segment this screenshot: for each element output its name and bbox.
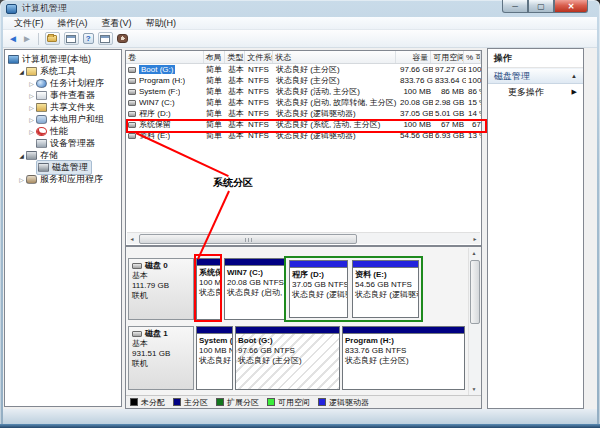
window-bottom-edge	[0, 424, 600, 428]
menu-bar: 文件(F) 操作(A) 查看(V) 帮助(H)	[3, 17, 597, 30]
actions-panel: 操作 磁盘管理 ▲ 更多操作 ▶	[487, 48, 584, 409]
volume-icon	[128, 78, 136, 84]
actions-section-disk-management[interactable]: 磁盘管理 ▲	[488, 68, 583, 84]
more-actions-item[interactable]: 更多操作 ▶	[488, 84, 583, 100]
logical-drive-strip	[290, 261, 347, 268]
collapsed-arrow-icon[interactable]: ▷	[27, 80, 36, 87]
primary-partition-strip	[343, 327, 464, 334]
tree-item-computer-management[interactable]: 计算机管理(本地)	[5, 53, 121, 65]
volume-icon	[128, 111, 136, 117]
tree-item-local-users-groups[interactable]: ▷ 本地用户和组	[5, 113, 121, 125]
col-status[interactable]: 状态	[273, 51, 396, 63]
partition-boot-g[interactable]: Boot (G:) 97.66 GB NTFS 状态良好 (主分区)	[235, 326, 340, 390]
col-pct-free[interactable]: % 可用	[464, 51, 481, 63]
annotation-label: 系统分区	[213, 176, 253, 190]
disk-graphical-view: 磁盘 0 基本 111.79 GB 联机 系统保留 100 MB 状态良好 WI…	[125, 246, 482, 409]
table-row[interactable]: System (F:) 简单 基本 NTFS 状态良好 (活动, 主分区) 10…	[126, 86, 481, 97]
table-row[interactable]: Boot (G:) 简单 基本 NTFS 状态良好 (主分区) 97.66 GB…	[126, 64, 481, 75]
expanded-arrow-icon[interactable]: ◢	[17, 152, 26, 159]
vertical-scrollbar[interactable]: ▲ ▼	[468, 248, 480, 395]
toolbar-separator	[38, 33, 39, 45]
col-capacity[interactable]: 容量	[396, 51, 431, 63]
partition-chengxu-d[interactable]: 程序 (D:) 37.05 GB NTFS 状态良好 (逻辑驱动器)	[289, 260, 348, 318]
volume-list: 卷 布局 类型 文件系统 状态 容量 可用空间 % 可用 Boot (G:) 简…	[125, 50, 482, 246]
tree-item-services-applications[interactable]: ▷ 服务和应用程序	[5, 173, 121, 185]
col-volume[interactable]: 卷	[126, 51, 204, 63]
disk-icon	[132, 331, 142, 337]
help-icon[interactable]: ?	[83, 33, 94, 44]
partition-program-h[interactable]: Program (H:) 833.76 GB NTFS 状态良好 (主分区)	[342, 326, 465, 390]
extended-partition-swatch	[216, 398, 224, 406]
minimize-button[interactable]: ─	[502, 0, 528, 13]
close-button[interactable]: ✕	[554, 0, 588, 13]
tree-item-event-viewer[interactable]: ▷ 事件查看器	[5, 89, 121, 101]
scroll-left-icon[interactable]: ◄	[127, 234, 137, 244]
logical-drive-swatch	[318, 398, 326, 406]
tree-item-shared-folders[interactable]: ▷ 共享文件夹	[5, 101, 121, 113]
scroll-up-icon[interactable]: ▲	[469, 248, 479, 258]
toolbar: ◄ ► ?	[3, 30, 597, 48]
logical-drive-strip	[353, 261, 418, 268]
show-console-tree-icon[interactable]	[45, 32, 60, 45]
tree-item-device-manager[interactable]: 设备管理器	[5, 137, 121, 149]
menu-view[interactable]: 查看(V)	[95, 17, 139, 30]
scrollbar-thumb[interactable]	[139, 234, 357, 244]
collapsed-arrow-icon[interactable]: ▷	[27, 116, 36, 123]
console-tree: 计算机管理(本地) ◢ 系统工具 ▷ 任务计划程序 ▷ 事件查看器 ▷ 共享文件…	[4, 49, 122, 407]
console-window-icon[interactable]	[64, 32, 79, 45]
console-window-icon-2[interactable]	[98, 32, 113, 45]
local-users-groups-icon	[36, 115, 47, 124]
collapsed-arrow-icon[interactable]: ▷	[27, 92, 36, 99]
annotation-red-box-disk-partition	[194, 254, 222, 322]
computer-management-window: 计算机管理 ─ ▢ ✕ 文件(F) 操作(A) 查看(V) 帮助(H) ◄ ► …	[0, 0, 600, 428]
expanded-arrow-icon[interactable]: ◢	[17, 68, 26, 75]
annotation-red-box-volume-row	[126, 119, 487, 133]
scrollbar-thumb[interactable]	[470, 260, 480, 324]
menu-action[interactable]: 操作(A)	[51, 17, 95, 30]
free-space-swatch	[267, 398, 275, 406]
collapsed-arrow-icon[interactable]: ▷	[27, 104, 36, 111]
status-bar	[3, 409, 597, 424]
col-layout[interactable]: 布局	[204, 51, 226, 63]
window-controls: ─ ▢ ✕	[502, 0, 588, 13]
partition-win7-c[interactable]: WIN7 (C:) 20.08 GB NTFS 状态良好 (启动, 故障转储, …	[224, 258, 285, 320]
scroll-down-icon[interactable]: ▼	[469, 384, 479, 394]
disk0-header[interactable]: 磁盘 0 基本 111.79 GB 联机	[128, 258, 194, 320]
storage-icon	[26, 151, 37, 160]
col-filesystem[interactable]: 文件系统	[245, 51, 273, 63]
primary-partition-strip	[197, 327, 232, 334]
event-viewer-icon	[36, 91, 47, 100]
disk1-header[interactable]: 磁盘 1 基本 931.51 GB 联机	[128, 326, 194, 390]
forward-icon[interactable]: ►	[22, 34, 32, 44]
tree-item-task-scheduler[interactable]: ▷ 任务计划程序	[5, 77, 121, 89]
shared-folders-icon	[36, 103, 47, 112]
back-icon[interactable]: ◄	[8, 34, 18, 44]
volume-list-header: 卷 布局 类型 文件系统 状态 容量 可用空间 % 可用	[126, 51, 481, 64]
partition-ziliao-e[interactable]: 资料 (E:) 54.56 GB NTFS 状态良好 (逻辑驱动器)	[352, 260, 419, 318]
horizontal-scrollbar[interactable]: ◄ ►	[127, 232, 480, 244]
maximize-button[interactable]: ▢	[528, 0, 554, 13]
table-row[interactable]: WIN7 (C:) 简单 基本 NTFS 状态良好 (启动, 故障转储, 主分区…	[126, 97, 481, 108]
menu-file[interactable]: 文件(F)	[7, 17, 51, 30]
collapsed-arrow-icon[interactable]: ▷	[17, 176, 26, 183]
collapsed-arrow-icon[interactable]: ▷	[27, 128, 36, 135]
volume-icon	[128, 100, 136, 106]
submenu-arrow-icon: ▶	[572, 88, 577, 96]
table-row[interactable]: 程序 (D:) 简单 基本 NTFS 状态良好 (逻辑驱动器) 37.05 GB…	[126, 108, 481, 119]
scroll-right-icon[interactable]: ►	[470, 234, 480, 244]
tree-item-system-tools[interactable]: ◢ 系统工具	[5, 65, 121, 77]
col-type[interactable]: 类型	[225, 51, 245, 63]
system-tools-icon	[26, 67, 37, 76]
task-scheduler-icon	[36, 79, 47, 88]
app-icon	[6, 4, 17, 14]
tree-item-performance[interactable]: ▷ 性能	[5, 125, 121, 137]
volume-icon	[128, 67, 136, 73]
partition-system-f[interactable]: System (F:) 100 MB NTFS 状态良好 (活动, 主分区)	[196, 326, 233, 390]
export-list-icon[interactable]	[117, 34, 128, 43]
menu-help[interactable]: 帮助(H)	[139, 17, 184, 30]
table-row[interactable]: Program (H:) 简单 基本 NTFS 状态良好 (主分区) 833.7…	[126, 75, 481, 86]
tree-item-disk-management[interactable]: 磁盘管理	[5, 161, 121, 173]
primary-partition-strip	[236, 327, 339, 334]
col-free[interactable]: 可用空间	[431, 51, 464, 63]
collapse-icon[interactable]: ▲	[571, 73, 577, 79]
